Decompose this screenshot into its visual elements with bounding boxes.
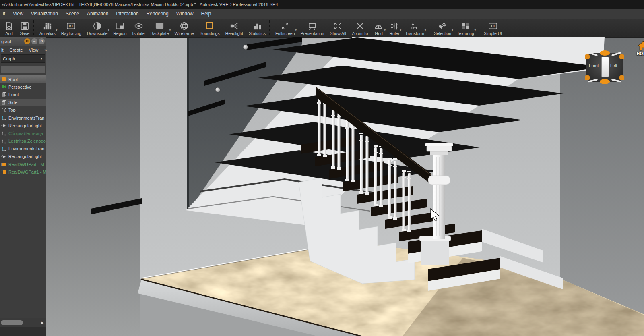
toolbar-button-statistics[interactable]: Statistics: [246, 19, 268, 37]
view-cube-corner[interactable]: [585, 54, 590, 59]
dropdown-caret-icon[interactable]: ▼: [295, 29, 297, 31]
toolbar-separator: [33, 20, 36, 35]
dropdown-caret-icon[interactable]: ▼: [384, 29, 386, 31]
grid-icon: [374, 21, 384, 31]
toolbar-button-zoom-to[interactable]: Zoom To: [349, 19, 371, 37]
toolbar-separator: [428, 20, 430, 35]
view-cube[interactable]: Front Left: [584, 51, 625, 84]
menu-animation[interactable]: Animation: [87, 11, 108, 17]
dropdown-caret-icon[interactable]: ▼: [107, 29, 110, 31]
toolbar-button-antialias[interactable]: Antialias▼: [37, 19, 58, 37]
close-panel-button[interactable]: ✕: [39, 38, 45, 44]
view-cube-top-edge[interactable]: [600, 50, 610, 56]
menu-overflow-chevron[interactable]: »: [44, 48, 47, 52]
tree-item-realdwgpart1[interactable]: RealDWGPart1 - M: [0, 168, 46, 176]
dropdown-caret-icon[interactable]: ▼: [55, 29, 58, 31]
menu-window[interactable]: Window: [176, 11, 194, 17]
toolbar-button-backplate[interactable]: Backplate▼: [147, 19, 171, 37]
tree-item-side[interactable]: Side: [0, 99, 46, 106]
view-cube-front-edge[interactable]: [601, 57, 609, 77]
menu-scene[interactable]: Scene: [66, 11, 79, 17]
tree-item-top[interactable]: Top: [0, 106, 46, 114]
backplate-icon: [155, 21, 165, 31]
menu-edit[interactable]: it: [3, 11, 5, 17]
toolbar-button-isolate[interactable]: Isolate: [130, 19, 148, 37]
chevron-down-icon[interactable]: ▼: [38, 55, 45, 62]
isolate-eye-icon: [134, 21, 144, 31]
sg-menu-edit[interactable]: it: [1, 48, 4, 52]
view-cube-corner[interactable]: [619, 75, 624, 80]
left-shadow-wall: [46, 37, 140, 336]
transform-node-icon: [1, 115, 6, 120]
toolbar-separator: [269, 20, 272, 35]
menu-visualization[interactable]: Visualization: [31, 11, 58, 17]
tree-item-sborka-lestnitsa[interactable]: СборкаЛестница: [0, 129, 46, 137]
toolbar-button-boundings[interactable]: Boundings: [197, 19, 223, 37]
transform-node-icon: [1, 146, 6, 151]
window-title: s/viktorhome/YandexDisk/ПРОЕКТЫ - ТЕКУЩИ…: [2, 2, 278, 7]
tree-item-root[interactable]: Root: [0, 75, 46, 83]
menu-help[interactable]: Help: [201, 11, 211, 17]
toolbar-button-show-all[interactable]: Show All: [327, 19, 349, 37]
home-view-button[interactable]: HOME: [627, 41, 644, 56]
toolbar-button-save[interactable]: Save: [17, 19, 33, 37]
view-cube-corner[interactable]: [619, 54, 624, 59]
light-icon: [1, 154, 6, 159]
home-label: HOME: [627, 52, 644, 56]
scrollbar-right-arrow[interactable]: ▶: [41, 320, 44, 325]
graph-mode-dropdown[interactable]: Graph ▼: [1, 54, 45, 63]
title-bar: s/viktorhome/YandexDisk/ПРОЕКТЫ - ТЕКУЩИ…: [0, 0, 644, 9]
horizontal-scrollbar[interactable]: ▶: [0, 318, 46, 327]
toolbar-button-selection[interactable]: Selection▼: [431, 19, 454, 37]
tree-item-perspective[interactable]: Perspective: [0, 83, 46, 91]
toolbar-button-add[interactable]: Add: [1, 19, 17, 37]
vred-window: s/viktorhome/YandexDisk/ПРОЕКТЫ - ТЕКУЩИ…: [0, 0, 644, 336]
dock-button[interactable]: D: [24, 38, 30, 44]
tree-item-realdwgpart[interactable]: RealDWGPart - M: [0, 160, 46, 168]
dropdown-caret-icon[interactable]: ▼: [169, 29, 171, 31]
toolbar-button-grid[interactable]: Grid▼: [371, 19, 386, 37]
toolbar-button-headlight[interactable]: Headlight: [223, 19, 246, 37]
toolbar-button-simple-ui[interactable]: UI Simple UI: [481, 19, 505, 37]
tree-item-environmentstran-1[interactable]: EnvironmentsTran: [0, 114, 46, 122]
viewport-3d[interactable]: Front Left HOME: [46, 37, 644, 336]
filter-field[interactable]: [1, 66, 45, 73]
sg-menu-create[interactable]: Create: [10, 48, 23, 52]
toolbar-button-wireframe[interactable]: Wireframe: [172, 19, 197, 37]
root-node-icon: [1, 77, 6, 82]
dropdown-caret-icon[interactable]: ▼: [451, 29, 454, 31]
menu-interaction[interactable]: Interaction: [116, 11, 138, 17]
view-cube-corner[interactable]: [585, 75, 590, 80]
dwg-part-icon: [1, 162, 6, 167]
detach-button[interactable]: →: [31, 38, 37, 44]
dropdown-caret-icon[interactable]: ▼: [424, 29, 427, 31]
region-icon: [115, 21, 125, 31]
dropdown-caret-icon[interactable]: ▼: [399, 29, 402, 31]
tree-item-lestnitsa-zelenogo[interactable]: Lestnitsa Zelenogo: [0, 137, 46, 145]
view-cube-front-face[interactable]: Front: [589, 63, 599, 68]
view-cube-bottom-edge[interactable]: [600, 79, 610, 84]
scrollbar-thumb[interactable]: [1, 320, 23, 325]
toolbar-button-ruler[interactable]: Ruler▼: [386, 19, 402, 37]
menu-rendering[interactable]: Rendering: [146, 11, 168, 17]
tree-item-environmentstran-2[interactable]: EnvironmentsTran: [0, 145, 46, 153]
toolbar-button-downscale[interactable]: Downscale▼: [84, 19, 110, 37]
tree-item-rectangularlight-2[interactable]: RectangularLight: [0, 153, 46, 160]
presentation-icon: [307, 21, 317, 31]
toolbar-button-transform[interactable]: Transform▼: [402, 19, 427, 37]
toolbar-button-texturing[interactable]: Texturing▼: [454, 19, 477, 37]
simple-ui-icon: UI: [488, 21, 498, 31]
view-cube-left-face[interactable]: Left: [610, 63, 617, 68]
show-all-icon: [333, 21, 343, 31]
dropdown-caret-icon[interactable]: ▼: [474, 29, 476, 31]
transform-icon: [410, 21, 420, 31]
tree-item-front[interactable]: Front: [0, 91, 46, 98]
toolbar-button-region[interactable]: Region: [110, 19, 129, 37]
scenegraph-title: graph: [1, 39, 23, 44]
toolbar-button-fullscreen[interactable]: Fullscreen▼: [272, 19, 297, 37]
menu-view[interactable]: View: [13, 11, 23, 17]
toolbar-button-presentation[interactable]: Presentation: [297, 19, 327, 37]
sg-menu-view[interactable]: View: [29, 48, 39, 52]
toolbar-button-raytracing[interactable]: RT Raytracing: [58, 19, 84, 37]
tree-item-rectangularlight-1[interactable]: RectangularLight: [0, 122, 46, 129]
